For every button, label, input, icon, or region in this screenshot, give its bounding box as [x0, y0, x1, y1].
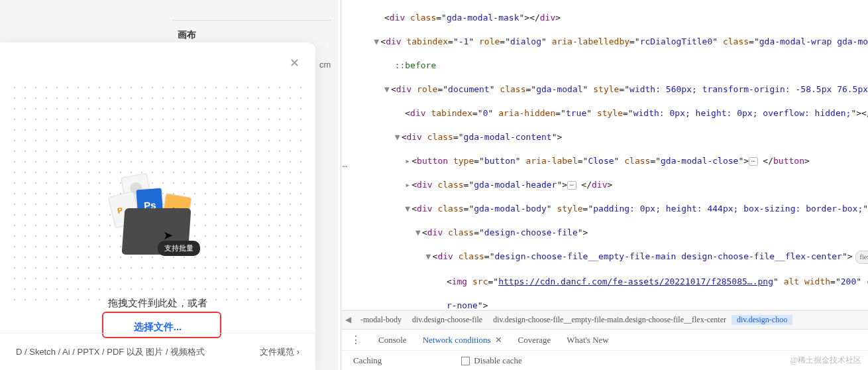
- drawer-tabs: ⋮ Console Network conditions✕ Coverage W…: [341, 329, 868, 350]
- modal-footer: D / Sketch / Ai / PPTX / PDF 以及 图片 / 视频格…: [0, 333, 315, 370]
- folder-illustration: P Ps Ai ➤ 支持批量: [111, 175, 204, 255]
- chevron-right-icon: ›: [297, 347, 299, 357]
- elements-tree[interactable]: <div class="gda-modal-mask"></div> ▼<div…: [353, 0, 868, 310]
- disable-cache-checkbox[interactable]: Disable cache: [461, 355, 522, 366]
- breadcrumb-item[interactable]: -modal-body: [355, 315, 407, 325]
- devtools-panel: ⋯ <div class="gda-modal-mask"></div> ▼<d…: [341, 0, 868, 370]
- tab-whats-new[interactable]: What's New: [559, 335, 616, 345]
- ellipsis-icon[interactable]: ⋯: [343, 162, 347, 171]
- batch-badge: 支持批量: [158, 241, 200, 256]
- close-icon[interactable]: ✕: [495, 335, 502, 345]
- tab-console[interactable]: Console: [370, 335, 415, 345]
- breadcrumb-scroll-left[interactable]: ◀: [341, 315, 355, 325]
- divider: [172, 20, 331, 21]
- tab-network-conditions[interactable]: Network conditions✕: [415, 335, 510, 345]
- supported-formats-text: D / Sketch / Ai / PPTX / PDF 以及 图片 / 视频格…: [16, 346, 205, 358]
- drop-zone[interactable]: P Ps Ai ➤ 支持批量 拖拽文件到此处，或者 选择文件...: [9, 82, 306, 308]
- file-spec-link[interactable]: 文件规范 ›: [260, 346, 299, 358]
- breadcrumb-bar: ◀ -modal-body div.design-choose-file div…: [341, 310, 868, 329]
- watermark-text: @稀土掘金技术社区: [790, 355, 861, 366]
- app-background: 画布 cm ✕ P Ps Ai ➤ 支持批量 拖拽文件到此处，或者 选择文件..…: [0, 0, 338, 370]
- upload-modal: ✕ P Ps Ai ➤ 支持批量 拖拽文件到此处，或者 选择文件... D / …: [0, 42, 315, 370]
- breadcrumb-item-selected[interactable]: div.design-choo: [732, 315, 792, 325]
- p-label: P: [117, 206, 124, 216]
- tab-coverage[interactable]: Coverage: [510, 335, 559, 345]
- unit-label: cm: [319, 60, 331, 70]
- file-spec-label: 文件规范: [260, 346, 294, 358]
- breadcrumb-item[interactable]: div.design-choose-file__empty-file-main.…: [488, 315, 732, 325]
- canvas-section-label: 画布: [178, 29, 196, 41]
- drawer-body: Caching Disable cache: [341, 350, 868, 370]
- drag-instruction-text: 拖拽文件到此处，或者: [9, 297, 306, 310]
- breadcrumb-item[interactable]: div.design-choose-file: [407, 315, 488, 325]
- drawer-menu-icon[interactable]: ⋮: [341, 334, 370, 346]
- caching-label: Caching: [353, 355, 382, 366]
- close-button[interactable]: ✕: [290, 56, 299, 70]
